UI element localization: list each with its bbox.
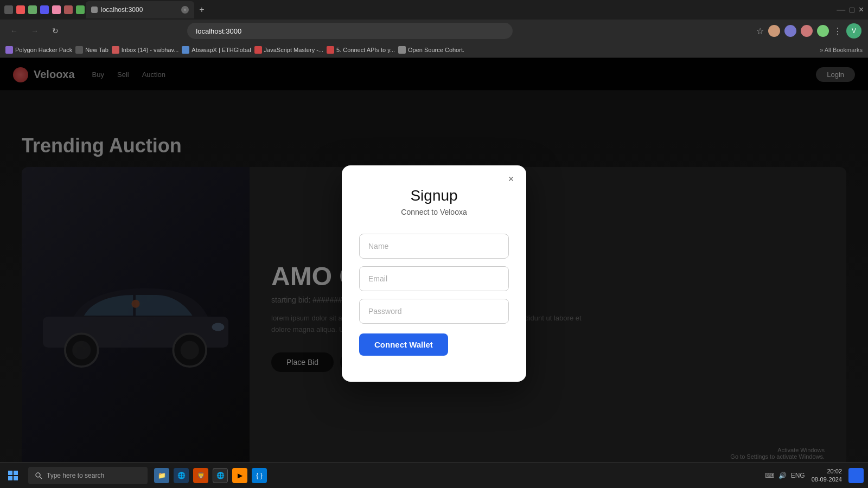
window-close-button[interactable]: × [859,5,864,15]
bookmark-inbox[interactable]: Inbox (14) - vaibhav... [112,46,179,54]
taskbar-icon-browser[interactable]: 🌐 [174,468,189,483]
extension-icon-4[interactable] [817,25,829,37]
tray-icon-keyboard: ⌨ [765,472,774,479]
taskbar-icon-chrome-active[interactable]: 🌐 [213,468,228,483]
name-input[interactable] [359,234,509,259]
all-bookmarks-button[interactable]: » All Bookmarks [820,47,863,53]
bookmark-label: Inbox (14) - vaibhav... [122,47,179,53]
bookmark-label: New Tab [85,47,108,53]
bookmark-label: 5. Connect APIs to y... [336,47,395,53]
svg-rect-10 [14,476,18,480]
favicon-2 [16,5,25,14]
taskbar-right: ⌨ 🔊 ENG 20:02 08-09-2024 [765,467,864,483]
taskbar: Type here to search 📁 🌐 🦁 🌐 ▶ { } ⌨ 🔊 EN… [0,462,868,488]
bookmark-newtab[interactable]: New Tab [75,46,108,54]
forward-button[interactable]: → [27,23,42,38]
extension-icon-2[interactable] [784,25,796,37]
bookmark-connect[interactable]: 5. Connect APIs to y... [327,46,395,54]
favicon-5 [52,5,61,14]
modal-title: Signup [359,187,509,204]
taskbar-clock: 20:02 08-09-2024 [812,467,842,483]
extension-icon-3[interactable] [801,25,813,37]
tab-close-button[interactable]: × [181,6,189,14]
bookmark-label: JavaScript Mastery -... [264,47,323,53]
clock-date: 08-09-2024 [812,476,842,483]
new-tab-button[interactable]: + [195,3,208,16]
favicon-7 [76,5,85,14]
favicon-3 [28,5,37,14]
svg-rect-8 [14,471,18,475]
svg-line-12 [40,477,42,479]
url-input[interactable] [187,23,513,39]
taskbar-search-box[interactable]: Type here to search [28,467,148,484]
modal-close-button[interactable]: × [505,173,518,186]
back-button[interactable]: ← [7,23,22,38]
bookmark-label: Polygon Hacker Pack [15,47,72,53]
favicon-6 [64,5,73,14]
bookmark-opensource[interactable]: Open Source Cohort. [398,46,464,54]
windows-start-button[interactable] [4,467,22,484]
taskbar-icon-explorer[interactable]: 📁 [154,468,169,483]
page-background: Velooxa Buy Sell Auction Login Trending … [0,59,868,488]
search-icon [35,472,42,479]
minimize-button[interactable]: — [837,5,845,15]
email-input[interactable] [359,266,509,291]
taskbar-icon-vscode[interactable]: { } [252,468,267,483]
browser-chrome: localhost:3000 × + — □ × ← → ↻ ☆ ⋮ V Pol… [0,0,868,57]
system-tray-icons: ⌨ 🔊 ENG [765,472,805,479]
windows-logo-icon [8,471,18,480]
tray-lang: ENG [791,472,805,479]
password-input[interactable] [359,299,509,324]
address-bar: ← → ↻ ☆ ⋮ V [0,20,868,42]
svg-rect-7 [8,471,12,475]
bookmark-jsmastery[interactable]: JavaScript Mastery -... [254,46,323,54]
bookmark-label: Open Source Cohort. [408,47,464,53]
clock-time: 20:02 [812,467,842,475]
modal-subtitle: Connect to Velooxa [359,208,509,216]
svg-point-11 [36,473,40,477]
taskbar-corner-button[interactable] [848,468,864,483]
taskbar-search-text: Type here to search [47,472,104,479]
active-tab-label: localhost:3000 [101,6,143,14]
bookmark-abswap[interactable]: AbswapX | ETHGlobal [182,46,251,54]
maximize-button[interactable]: □ [850,5,854,14]
reload-button[interactable]: ↻ [48,23,63,38]
browser-tab-bar: localhost:3000 × + — □ × [0,0,868,20]
extensions-menu-icon[interactable]: ⋮ [833,26,842,36]
favicon-1 [4,5,13,14]
active-tab[interactable]: localhost:3000 × [86,1,194,18]
signup-modal: × Signup Connect to Velooxa Connect Wall… [342,165,526,382]
bookmark-label: AbswapX | ETHGlobal [192,47,251,53]
active-tab-favicon [91,7,98,13]
modal-overlay: × Signup Connect to Velooxa Connect Wall… [0,59,868,488]
taskbar-icon-brave[interactable]: 🦁 [193,468,208,483]
tray-icon-sound: 🔊 [778,472,787,479]
connect-wallet-button[interactable]: Connect Wallet [359,333,448,356]
favicon-4 [40,5,49,14]
taskbar-left: Type here to search 📁 🌐 🦁 🌐 ▶ { } [4,467,267,484]
bookmarks-bar: Polygon Hacker Pack New Tab Inbox (14) -… [0,42,868,57]
bookmark-polygon[interactable]: Polygon Hacker Pack [5,46,72,54]
svg-rect-9 [8,476,12,480]
taskbar-pinned-icons: 📁 🌐 🦁 🌐 ▶ { } [154,468,267,483]
taskbar-icon-vlc[interactable]: ▶ [232,468,247,483]
extension-icon-1[interactable] [768,25,780,37]
bookmark-star-icon[interactable]: ☆ [756,26,764,36]
tab-favicon-row [4,5,85,14]
user-profile-icon[interactable]: V [846,23,861,38]
